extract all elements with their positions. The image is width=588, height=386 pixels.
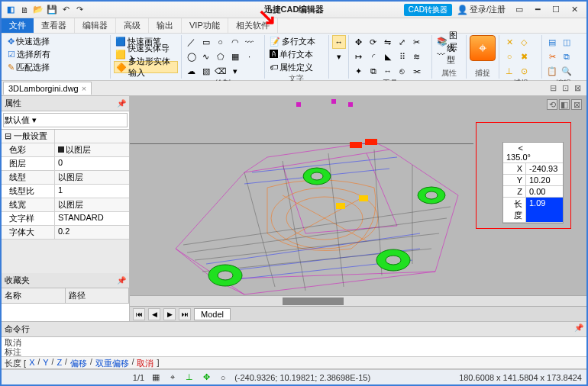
prop-row[interactable]: 色彩以图层 [2, 143, 129, 157]
fillet-icon[interactable]: ◜ [367, 50, 380, 63]
array-icon[interactable]: ⠿ [396, 50, 409, 63]
quick-select-button[interactable]: ✥快速选择 [6, 35, 52, 47]
h-scrollbar[interactable] [130, 295, 586, 306]
attr-def-button[interactable]: 🏷属性定义 [268, 61, 317, 73]
move-icon[interactable]: ✥ [352, 35, 366, 49]
draw-point-icon[interactable]: · [243, 50, 257, 63]
snap-center-icon[interactable]: ○ [502, 50, 516, 63]
explode-icon[interactable]: ✦ [352, 64, 366, 78]
draw-ellipse-icon[interactable]: ◯ [185, 50, 199, 63]
props-layer-select[interactable]: 默认值 ▾ [3, 113, 128, 127]
cmd-opt-y[interactable]: Y [43, 358, 48, 368]
draw-circle-icon[interactable]: ○ [214, 35, 228, 49]
singleline-text-button[interactable]: 🅰单行文本 [268, 48, 317, 60]
edit-paste-icon[interactable]: 📋 [545, 64, 559, 78]
qa-undo-icon[interactable]: ↶ [60, 4, 72, 16]
pin-icon[interactable]: 📌 [574, 323, 583, 335]
edit-prop-icon[interactable]: ▤ [545, 35, 559, 49]
prop-row[interactable]: 字体大0.2 [2, 226, 129, 240]
snap-tan-icon[interactable]: ⊙ [517, 64, 531, 78]
coord-row[interactable]: X-240.93 [503, 163, 563, 175]
panel-close-icon[interactable]: ⊠ [571, 82, 583, 95]
tab-vip[interactable]: VIP功能 [182, 18, 228, 33]
snap-button[interactable]: ⌖ [470, 35, 496, 61]
tab-next-icon[interactable]: ▶ [163, 308, 176, 320]
view-restore-icon[interactable]: ⟲ [547, 99, 557, 110]
draw-erase-icon[interactable]: ⌫ [214, 64, 228, 78]
panel-expand-icon[interactable]: ⊡ [559, 82, 571, 95]
qa-open-icon[interactable]: 📂 [32, 4, 44, 16]
rotate-icon[interactable]: ⟳ [367, 35, 380, 49]
copy-icon[interactable]: ⧉ [367, 64, 380, 78]
prop-row[interactable]: 线型比1 [2, 185, 129, 198]
scale-icon[interactable]: ⤢ [396, 35, 409, 49]
select-all-button[interactable]: ☑选择所有 [6, 48, 52, 60]
draw-line-icon[interactable]: ／ [185, 35, 199, 49]
trim-icon[interactable]: ✂ [410, 35, 424, 49]
break-icon[interactable]: ⎋ [396, 64, 409, 78]
draw-pline-icon[interactable]: 〰 [243, 35, 257, 49]
prop-row[interactable]: 线型以图层 [2, 171, 129, 185]
model-tab[interactable]: Model [194, 308, 231, 320]
maximize-icon[interactable]: ☐ [547, 3, 565, 17]
prop-row[interactable]: 文字样STANDARD [2, 212, 129, 226]
tab-prev-icon[interactable]: ◀ [148, 308, 160, 320]
drawing-canvas[interactable]: < 135.0° X-240.93Y10.20Z0.00长度1.09 ⟲ ◧ ⊠ [130, 96, 586, 295]
snap-end-icon[interactable]: ✕ [502, 35, 516, 49]
dropdown-icon[interactable]: ▾ [332, 50, 346, 63]
doc-tab-close-icon[interactable]: × [82, 84, 86, 93]
draw-region-icon[interactable]: ▧ [199, 64, 213, 78]
snap-mid-icon[interactable]: ◇ [517, 35, 531, 49]
edit-cut-icon[interactable]: ✂ [545, 50, 559, 63]
tab-file[interactable]: 文件 [2, 18, 34, 33]
doc-tab[interactable]: 3DLamborgini.dwg × [3, 82, 92, 95]
cmd-opt-offset[interactable]: 偏移 [70, 358, 87, 368]
draw-hatch-icon[interactable]: ▦ [228, 50, 242, 63]
sb-ortho-icon[interactable]: ⊥ [184, 372, 195, 383]
polyline-entity-button[interactable]: 🔶多边形实体输入 [114, 61, 178, 73]
draw-arc-icon[interactable]: ◠ [228, 35, 242, 49]
join-icon[interactable]: ⫘ [410, 64, 424, 78]
tab-editor[interactable]: 编辑器 [75, 18, 116, 33]
extend-icon[interactable]: ↦ [352, 50, 366, 63]
multiline-text-button[interactable]: 📝多行文本 [268, 35, 317, 47]
sb-osnap-icon[interactable]: ○ [218, 372, 228, 383]
tab-last-icon[interactable]: ⏭ [179, 308, 191, 320]
tab-first-icon[interactable]: ⏮ [133, 308, 145, 320]
view-close-icon[interactable]: ⊠ [571, 99, 582, 110]
prop-row[interactable]: 线宽以图层 [2, 198, 129, 212]
tab-export[interactable]: 输出 [149, 18, 182, 33]
qa-redo-icon[interactable]: ↷ [73, 4, 86, 16]
tab-viewer[interactable]: 查看器 [34, 18, 75, 33]
mirror-icon[interactable]: ⇋ [381, 35, 395, 49]
tab-related[interactable]: 相关软件 [228, 18, 278, 33]
command-input[interactable]: 长度 [ X/ Y/ Z/ 偏移/ 双重偏移/ 取消 ] [2, 357, 586, 369]
dimension-button[interactable]: ↔ [332, 35, 346, 49]
fav-col-name[interactable]: 名称 [2, 288, 66, 303]
cad-converter-badge[interactable]: CAD转换器 [404, 4, 452, 16]
minimize-icon[interactable]: ━ [528, 3, 547, 17]
draw-rect-icon[interactable]: ▭ [199, 35, 213, 49]
cmd-opt-z[interactable]: Z [57, 358, 62, 368]
cmd-opt-x[interactable]: X [29, 358, 34, 368]
offset-icon[interactable]: ≋ [410, 50, 424, 63]
pin-icon[interactable]: 📌 [117, 99, 126, 108]
prop-row[interactable]: 图层0 [2, 157, 129, 171]
draw-polygon-icon[interactable]: ⬠ [214, 50, 228, 63]
edit-copy-icon[interactable]: ⧉ [560, 50, 573, 63]
sb-polar-icon[interactable]: ✥ [201, 372, 212, 383]
close-icon[interactable]: ✕ [565, 3, 583, 17]
tab-advanced[interactable]: 高级 [116, 18, 149, 33]
sb-snap-icon[interactable]: ⌖ [167, 372, 178, 383]
sb-grid-icon[interactable]: ▦ [150, 372, 161, 383]
stretch-icon[interactable]: ↔ [381, 64, 395, 78]
ribbon-toggle-icon[interactable]: ▭ [510, 3, 528, 17]
cmd-opt-cancel[interactable]: 取消 [137, 358, 153, 368]
props-section[interactable]: ⊟ 一般设置 [2, 130, 129, 143]
snap-perp-icon[interactable]: ⊥ [502, 64, 516, 78]
qa-new-icon[interactable]: 🗎 [18, 4, 31, 16]
edit-find-icon[interactable]: 🔍 [560, 64, 573, 78]
fav-col-path[interactable]: 路径 [66, 288, 130, 303]
draw-spline-icon[interactable]: ∿ [199, 50, 213, 63]
login-link[interactable]: 登录/注册 [470, 4, 506, 15]
